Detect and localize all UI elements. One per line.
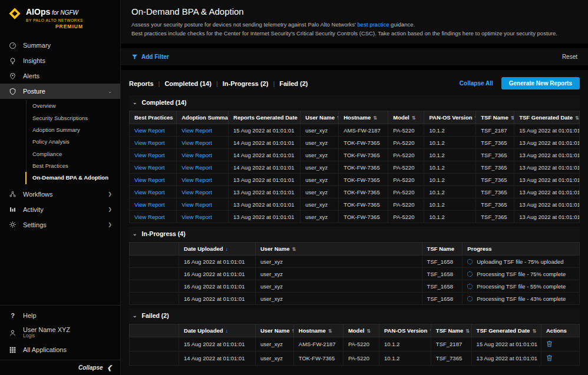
sidebar-item-summary[interactable]: Summary: [0, 38, 120, 53]
lightbulb-icon: [8, 57, 17, 65]
sort-icon[interactable]: ⇅: [465, 328, 470, 334]
adoption-summary-view-report-link[interactable]: View Report: [181, 189, 212, 195]
column-header[interactable]: TSF Generated Date⇅: [471, 324, 541, 337]
generate-new-reports-button[interactable]: Generate New Reports: [501, 77, 580, 89]
tab-separator: |: [158, 80, 160, 87]
sidebar-subitem-overview[interactable]: Overview: [27, 100, 120, 112]
inprogress-section-toggle[interactable]: ⌄ In-Progress (4): [129, 227, 580, 241]
sidebar-subitem-compliance[interactable]: Compliance: [27, 148, 120, 160]
sort-icon[interactable]: ⇅: [532, 328, 536, 334]
sidebar-item-posture[interactable]: Posture ⌄: [0, 84, 120, 99]
table-cell: 16 Aug 2022 at 01:01:01: [179, 255, 256, 268]
column-header[interactable]: Hostname⇅: [293, 324, 343, 337]
reset-button[interactable]: Reset: [562, 54, 577, 60]
nav-label: Summary: [23, 42, 51, 49]
sort-icon[interactable]: ⇅: [373, 115, 377, 121]
failed-tbody: 15 Aug 2022 at 01:01:01user_xyzAMS-FW-21…: [130, 337, 580, 366]
column-header[interactable]: PAN-OS Version⇅: [424, 111, 476, 124]
best-practice-link[interactable]: best practice: [358, 21, 389, 28]
table-cell: View Report: [177, 124, 229, 137]
column-header[interactable]: Reports Generated Date↓: [229, 111, 300, 124]
sidebar-item-workflows[interactable]: Workflows ❯: [0, 187, 120, 202]
sidebar-item-insights[interactable]: Insights: [0, 53, 120, 68]
best-practices-view-report-link[interactable]: View Report: [134, 201, 165, 208]
sidebar-subitem-policy-analysis[interactable]: Policy Analysis: [27, 136, 120, 148]
adoption-summary-view-report-link[interactable]: View Report: [181, 214, 212, 220]
adoption-summary-view-report-link[interactable]: View Report: [181, 152, 212, 158]
sidebar-item-all-applications[interactable]: All Applications: [0, 342, 120, 357]
table-cell: 10.1.2: [424, 161, 476, 174]
best-practices-view-report-link[interactable]: View Report: [134, 189, 165, 195]
shield-icon: [8, 88, 17, 95]
sort-icon[interactable]: ⇅: [366, 328, 371, 334]
delete-report-button[interactable]: [546, 340, 553, 347]
chevron-right-icon: ❯: [108, 222, 112, 227]
best-practices-view-report-link[interactable]: View Report: [134, 140, 165, 146]
sort-desc-icon[interactable]: ↓: [226, 328, 229, 334]
sidebar-item-help[interactable]: ? Help: [0, 308, 120, 323]
adoption-summary-view-report-link[interactable]: View Report: [181, 140, 212, 146]
column-header[interactable]: Date Uploaded↓: [179, 324, 256, 337]
table-cell: 13 Aug 2022 at 01:01:01: [514, 211, 580, 223]
column-header[interactable]: PAN-OS Version⇅: [379, 324, 431, 337]
progress-cell: Processing TSF file - 43% complete: [463, 293, 580, 305]
table-cell: 13 Aug 2022 at 01:01:01: [514, 149, 580, 161]
reports-tab[interactable]: Completed (14): [164, 80, 211, 87]
table-cell: user_xyz: [300, 174, 339, 186]
best-practices-view-report-link[interactable]: View Report: [134, 164, 165, 171]
sidebar-item-settings[interactable]: Settings ❯: [0, 217, 120, 233]
sidebar-item-activity[interactable]: Activity ❯: [0, 202, 120, 217]
sort-icon[interactable]: ⇅: [292, 247, 296, 252]
sort-icon[interactable]: ⇅: [575, 115, 579, 121]
reports-label: Reports: [129, 80, 154, 87]
sidebar-item-alerts[interactable]: Alerts: [0, 68, 120, 84]
add-filter-button[interactable]: Add Filter: [131, 54, 169, 60]
spinner-icon: [467, 259, 473, 264]
adoption-summary-view-report-link[interactable]: View Report: [181, 164, 212, 171]
column-header[interactable]: TSF Generated Date⇅: [514, 111, 580, 124]
column-header[interactable]: User Name⇅: [255, 243, 422, 255]
column-header[interactable]: Date Uploaded↓: [179, 243, 256, 255]
failed-table: Date Uploaded↓User Name⇅Hostname⇅Model⇅P…: [129, 324, 580, 366]
delete-report-button[interactable]: [546, 354, 553, 361]
reports-tab[interactable]: In-Progress (2): [223, 80, 269, 87]
adoption-summary-view-report-link[interactable]: View Report: [181, 127, 212, 134]
adoption-summary-view-report-link[interactable]: View Report: [181, 177, 212, 183]
failed-section-toggle[interactable]: ⌄ Failed (2): [129, 308, 580, 323]
table-cell: TSF_1658: [422, 293, 463, 305]
sidebar-subitem-adoption-summary[interactable]: Adoption Summary: [27, 124, 120, 136]
progress-text: Processing TSF file - 55% complete: [477, 283, 566, 290]
best-practices-view-report-link[interactable]: View Report: [134, 152, 165, 158]
sort-desc-icon[interactable]: ↓: [226, 246, 229, 252]
sidebar-subitem-best-practices[interactable]: Best Practices: [27, 160, 120, 172]
best-practices-view-report-link[interactable]: View Report: [134, 127, 165, 134]
sidebar-subitem-on-demand-bpa-adoption[interactable]: On-Demand BPA & Adoption: [25, 172, 120, 184]
best-practices-view-report-link[interactable]: View Report: [134, 177, 165, 183]
column-header[interactable]: Model⇅: [343, 324, 379, 337]
column-header[interactable]: TSF Name⇅: [431, 324, 471, 337]
column-header[interactable]: Hostname⇅: [339, 111, 388, 124]
table-cell: 15 Aug 2022 at 01:01:01: [179, 337, 256, 351]
sidebar-item-user[interactable]: User Name XYZ Logis: [0, 323, 120, 342]
table-cell: TSF_2187: [476, 124, 514, 137]
nav-label: Settings: [23, 221, 47, 228]
table-cell: 13 Aug 2022 at 01:01:01: [229, 198, 300, 211]
column-header[interactable]: Model⇅: [388, 111, 424, 124]
completed-section-toggle[interactable]: ⌄ Completed (14): [129, 95, 580, 109]
sort-icon[interactable]: ⇅: [511, 115, 514, 121]
table-cell: View Report: [177, 198, 229, 211]
filter-bar: Add Filter Reset: [121, 48, 588, 65]
collapse-all-link[interactable]: Collapse All: [460, 80, 493, 87]
reports-tab[interactable]: Failed (2): [279, 80, 308, 87]
column-header[interactable]: User Name⇅: [300, 111, 339, 124]
page-title: On-Demand BPA & Adoption: [131, 6, 577, 16]
sort-icon[interactable]: ⇅: [328, 328, 332, 334]
column-header[interactable]: User Name⇅: [255, 324, 293, 337]
sort-icon[interactable]: ⇅: [412, 115, 416, 121]
best-practices-view-report-link[interactable]: View Report: [134, 214, 165, 220]
column-header[interactable]: TSF Name⇅: [476, 111, 514, 124]
sidebar-collapse-button[interactable]: Collapse ❮: [0, 360, 120, 375]
adoption-summary-view-report-link[interactable]: View Report: [181, 201, 212, 208]
inprogress-section: ⌄ In-Progress (4) Date Uploaded↓User Nam…: [129, 227, 580, 305]
sidebar-subitem-security-subscriptions[interactable]: Security Subscriptions: [27, 112, 120, 124]
